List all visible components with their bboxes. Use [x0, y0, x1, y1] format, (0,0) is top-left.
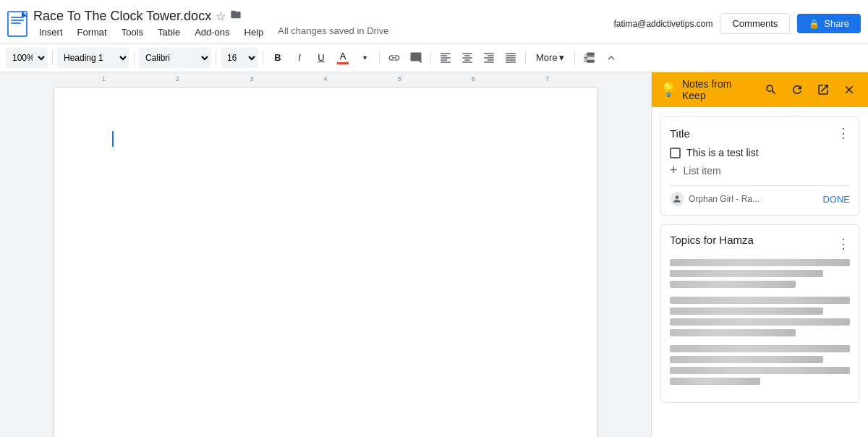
blurred-text — [670, 281, 796, 288]
align-right-button[interactable] — [479, 48, 499, 68]
align-left-button[interactable] — [435, 48, 456, 68]
justify-button[interactable] — [501, 48, 521, 68]
menu-insert[interactable]: Insert — [33, 25, 69, 39]
paint-format-button[interactable] — [579, 48, 600, 68]
underline-button[interactable]: U — [311, 48, 331, 68]
blurred-text — [670, 307, 823, 315]
blurred-text — [670, 297, 850, 304]
svg-rect-2 — [11, 17, 24, 18]
text-cursor — [112, 131, 114, 147]
toolbar-sep-4 — [263, 51, 263, 65]
menu-format[interactable]: Format — [72, 25, 113, 39]
note-card-1-footer: Orphan Girl - Ra... DONE — [670, 185, 850, 206]
note-card-1-menu-button[interactable]: ⋮ — [837, 125, 850, 141]
note-card-1-header: Title ⋮ — [670, 125, 850, 141]
topics-card-header: Topics for Hamza ⋮ — [670, 234, 850, 253]
keep-close-button[interactable] — [839, 80, 859, 100]
menu-addons[interactable]: Add-ons — [189, 25, 235, 39]
doc-area[interactable]: 1 2 3 4 5 6 7 — [0, 72, 651, 437]
doc-title: Race To The Clock Tower.docx — [33, 9, 211, 24]
menu-table[interactable]: Table — [152, 25, 186, 39]
blurred-text — [670, 367, 850, 374]
note-card-1-title: Title — [670, 127, 690, 140]
note-item-text-1: This is a test list — [686, 147, 759, 158]
done-button[interactable]: DONE — [822, 194, 850, 205]
more-chevron-icon: ▾ — [559, 52, 564, 63]
top-bar: Race To The Clock Tower.docx ☆ Insert Fo… — [0, 0, 868, 43]
toolbar-sep-5 — [379, 51, 380, 65]
toolbar-sep-7 — [525, 51, 526, 65]
attr-avatar — [670, 192, 684, 206]
font-select[interactable]: Calibri — [139, 48, 211, 68]
share-label: Share — [824, 18, 849, 29]
blurred-text — [670, 318, 850, 326]
more-label: More — [536, 52, 558, 63]
svg-rect-3 — [11, 20, 24, 21]
italic-button[interactable]: I — [289, 48, 310, 68]
cursor-line — [112, 131, 539, 147]
doc-page[interactable] — [54, 88, 597, 437]
blurred-text — [670, 329, 796, 336]
collapse-toolbar-button[interactable] — [601, 48, 621, 68]
note-attribution: Orphan Girl - Ra... — [670, 192, 760, 206]
zoom-select[interactable]: 100% — [6, 48, 48, 68]
comments-button[interactable]: Comments — [720, 13, 790, 34]
chevron-down-icon[interactable]: ▾ — [354, 48, 375, 68]
doc-title-area: Race To The Clock Tower.docx ☆ Insert Fo… — [33, 9, 614, 39]
more-button[interactable]: More ▾ — [530, 51, 570, 64]
top-right-actions: fatima@addictivetips.com Comments 🔒 Shar… — [614, 13, 861, 34]
note-card-topics: Topics for Hamza ⋮ — [660, 224, 859, 403]
text-color-button[interactable]: A — [333, 48, 353, 68]
share-button[interactable]: 🔒 Share — [797, 14, 861, 33]
toolbar: 100% Heading 1 Calibri 16 B I U A ▾ More… — [0, 43, 868, 72]
plus-icon: + — [670, 163, 678, 178]
note-add-item-label: List item — [684, 165, 721, 177]
note-checkbox-1[interactable] — [670, 148, 681, 158]
keep-header: 💡 Notes from Keep — [652, 72, 868, 107]
note-item-1: This is a test list — [670, 147, 850, 158]
color-underline — [337, 62, 349, 64]
attribution-text: Orphan Girl - Ra... — [689, 194, 760, 204]
doc-content[interactable] — [54, 88, 597, 190]
link-button[interactable] — [384, 48, 404, 68]
star-icon[interactable]: ☆ — [216, 9, 226, 23]
toolbar-sep-3 — [216, 51, 216, 65]
toolbar-sep-6 — [430, 51, 431, 65]
main-layout: 1 2 3 4 5 6 7 💡 — [0, 72, 868, 437]
blurred-text — [670, 345, 850, 352]
note-card-1: Title ⋮ This is a test list + List item … — [660, 116, 859, 216]
toolbar-sep-1 — [52, 51, 53, 65]
keep-search-button[interactable] — [761, 80, 781, 100]
keep-header-icons — [761, 80, 859, 100]
align-center-button[interactable] — [457, 48, 477, 68]
note-add-item[interactable]: + List item — [670, 163, 850, 178]
topics-group-1 — [670, 259, 850, 288]
size-select[interactable]: 16 — [221, 48, 258, 68]
menu-tools[interactable]: Tools — [116, 25, 149, 39]
heading-select[interactable]: Heading 1 — [57, 48, 129, 68]
keep-refresh-button[interactable] — [787, 80, 807, 100]
doc-icon — [7, 11, 27, 37]
topics-card-menu-button[interactable]: ⋮ — [837, 236, 850, 252]
keep-panel-title: Notes from Keep — [682, 78, 755, 101]
comment-inline-button[interactable] — [406, 48, 426, 68]
toolbar-sep-8 — [574, 51, 575, 65]
svg-rect-4 — [11, 22, 21, 24]
save-status: All changes saved in Drive — [278, 25, 388, 39]
topics-group-3 — [670, 345, 850, 385]
bold-button[interactable]: B — [268, 48, 288, 68]
blurred-text — [670, 356, 823, 363]
topics-group-2 — [670, 297, 850, 336]
folder-icon[interactable] — [230, 9, 242, 23]
user-email: fatima@addictivetips.com — [614, 19, 713, 29]
lock-icon: 🔒 — [809, 19, 820, 29]
topics-card-title: Topics for Hamza — [670, 234, 754, 246]
blurred-text — [670, 270, 823, 277]
toolbar-sep-2 — [134, 51, 135, 65]
keep-open-external-button[interactable] — [813, 80, 833, 100]
keep-sidebar: 💡 Notes from Keep Title — [651, 72, 868, 437]
blurred-text — [670, 259, 850, 266]
keep-bulb-icon: 💡 — [660, 82, 676, 98]
menu-help[interactable]: Help — [239, 25, 270, 39]
blurred-text — [670, 378, 760, 385]
